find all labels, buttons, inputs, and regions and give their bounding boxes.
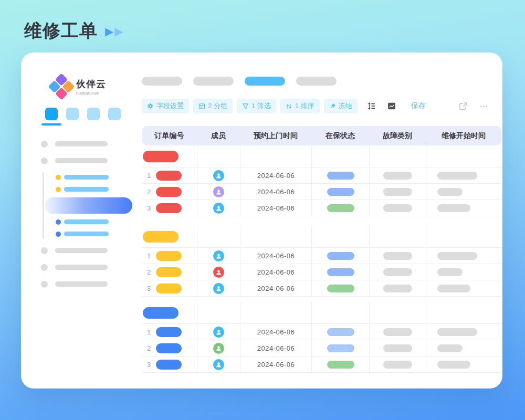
appointment-date[interactable]: 2024-06-06 — [240, 184, 311, 200]
fault-category-cell[interactable] — [369, 340, 426, 356]
order-id-cell[interactable]: 2 — [142, 264, 197, 280]
sidebar-subitem[interactable] — [21, 183, 139, 195]
member-cell[interactable] — [197, 280, 240, 296]
appointment-date[interactable]: 2024-06-06 — [240, 200, 311, 216]
repair-start-cell[interactable] — [426, 200, 478, 216]
column-header-repair-start-time[interactable]: 维修开始时间 — [426, 131, 501, 141]
view-tab-4[interactable] — [296, 77, 337, 86]
chart-button[interactable] — [387, 102, 396, 110]
fault-category-cell[interactable] — [369, 324, 426, 340]
sidebar-subitem[interactable] — [21, 228, 139, 240]
group-header-row — [142, 145, 501, 167]
repair-start-cell[interactable] — [426, 167, 478, 183]
repair-start-cell[interactable] — [426, 248, 478, 264]
warranty-status-cell[interactable] — [311, 356, 369, 372]
appointment-date[interactable]: 2024-06-06 — [240, 264, 311, 280]
group-value-pill[interactable] — [143, 151, 178, 162]
sidebar-item[interactable] — [21, 242, 139, 259]
save-button[interactable]: 保存 — [411, 101, 426, 111]
table-dot-icon — [56, 187, 61, 192]
column-header-order-id[interactable]: 订单编号 — [142, 131, 197, 141]
repair-start-cell[interactable] — [426, 264, 478, 280]
member-cell[interactable] — [197, 200, 240, 216]
order-id-cell[interactable]: 3 — [142, 200, 197, 216]
sidebar-tab-1-active[interactable] — [45, 108, 58, 120]
sidebar-item[interactable] — [21, 152, 139, 169]
sidebar-subitem[interactable] — [21, 216, 139, 228]
repair-start-cell[interactable] — [426, 356, 478, 372]
item-label-skeleton — [64, 175, 109, 180]
sidebar-subitem[interactable] — [21, 171, 139, 183]
order-id-cell[interactable]: 2 — [142, 184, 197, 200]
fault-category-cell[interactable] — [369, 280, 426, 296]
warranty-status-cell[interactable] — [311, 184, 369, 200]
group-value-pill[interactable] — [143, 307, 178, 319]
sidebar-item[interactable] — [21, 259, 139, 276]
appointment-date[interactable]: 2024-06-06 — [240, 167, 311, 183]
member-cell[interactable] — [197, 340, 240, 356]
person-avatar-icon — [213, 343, 224, 354]
column-header-warranty-status[interactable]: 在保状态 — [311, 131, 369, 141]
order-id-cell[interactable]: 3 — [142, 280, 197, 296]
warranty-status-cell[interactable] — [311, 264, 369, 280]
repair-start-cell[interactable] — [426, 280, 478, 296]
group-value-pill[interactable] — [143, 231, 178, 243]
repair-start-cell[interactable] — [426, 340, 478, 356]
fault-category-cell[interactable] — [369, 264, 426, 280]
row-height-button[interactable] — [368, 102, 376, 110]
member-cell[interactable] — [197, 324, 240, 340]
fault-category-cell[interactable] — [369, 200, 426, 216]
table-dot-icon — [56, 232, 61, 237]
member-cell[interactable] — [197, 167, 240, 183]
warranty-status-cell[interactable] — [311, 248, 369, 264]
column-header-fault-category[interactable]: 故障类别 — [369, 131, 426, 141]
order-id-cell[interactable]: 3 — [142, 356, 197, 372]
appointment-date[interactable]: 2024-06-06 — [240, 356, 311, 372]
view-tab-1[interactable] — [142, 77, 182, 86]
more-button[interactable] — [479, 102, 488, 111]
fault-category-cell[interactable] — [369, 248, 426, 264]
sidebar-item[interactable] — [21, 135, 139, 152]
warranty-status-cell[interactable] — [311, 167, 369, 183]
order-id-cell[interactable]: 1 — [142, 167, 197, 183]
repair-start-cell[interactable] — [426, 184, 478, 200]
pin-icon — [329, 103, 336, 110]
sort-button[interactable]: 1 排序 — [280, 99, 320, 113]
filter-button[interactable]: 1 筛选 — [237, 99, 276, 113]
order-id-cell[interactable]: 1 — [142, 324, 197, 340]
appointment-date[interactable]: 2024-06-06 — [240, 248, 311, 264]
warranty-status-cell[interactable] — [311, 324, 369, 340]
sidebar-tab-3[interactable] — [87, 108, 100, 120]
field-settings-button[interactable]: 字段设置 — [142, 99, 189, 113]
fault-category-cell[interactable] — [369, 184, 426, 200]
appointment-date[interactable]: 2024-06-06 — [240, 340, 311, 356]
view-tab-3-active[interactable] — [245, 77, 285, 86]
warranty-status-cell[interactable] — [311, 200, 369, 216]
member-cell[interactable] — [197, 248, 240, 264]
view-tab-2[interactable] — [193, 77, 234, 86]
member-cell[interactable] — [197, 356, 240, 372]
table-dot-icon — [56, 219, 61, 225]
order-id-cell[interactable]: 1 — [142, 248, 197, 264]
table-row: 3 2024-06-06 — [142, 280, 501, 297]
appointment-date[interactable]: 2024-06-06 — [240, 280, 311, 296]
sidebar-nav-list — [21, 135, 139, 292]
warranty-status-cell[interactable] — [311, 280, 369, 296]
share-button[interactable] — [459, 102, 468, 111]
member-cell[interactable] — [197, 264, 240, 280]
fault-category-cell[interactable] — [369, 167, 426, 183]
order-id-cell[interactable]: 2 — [142, 340, 197, 356]
repair-start-cell[interactable] — [426, 324, 478, 340]
fault-category-cell[interactable] — [369, 356, 426, 372]
member-cell[interactable] — [197, 184, 240, 200]
sidebar-item[interactable] — [21, 276, 139, 292]
column-header-member[interactable]: 成员 — [197, 131, 240, 141]
group-button[interactable]: 2 分组 — [193, 99, 233, 113]
column-header-appointment-time[interactable]: 预约上门时间 — [240, 131, 311, 141]
freeze-button[interactable]: 冻结 — [324, 99, 358, 113]
warranty-status-cell[interactable] — [311, 340, 369, 356]
sidebar-tab-2[interactable] — [66, 108, 79, 120]
sidebar-tab-4[interactable] — [108, 108, 121, 120]
sidebar-subitem-selected[interactable] — [45, 197, 132, 214]
appointment-date[interactable]: 2024-06-06 — [240, 324, 311, 340]
